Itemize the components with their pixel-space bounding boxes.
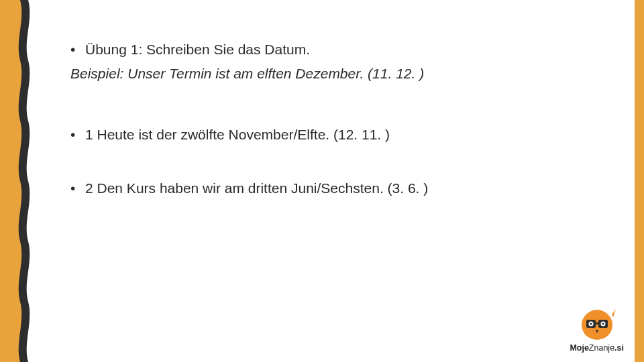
brand-tld: .si xyxy=(614,343,624,353)
heading-text: Übung 1: Schreiben Sie das Datum. xyxy=(85,39,310,60)
list-item: • 1 Heute ist der zwölfte November/Elfte… xyxy=(70,124,580,145)
left-wave-decoration xyxy=(0,0,39,362)
example-line: Beispiel: Unser Termin ist am elften Dez… xyxy=(70,63,580,84)
exercise-heading: • Übung 1: Schreiben Sie das Datum. xyxy=(70,39,580,60)
slide-content: • Übung 1: Schreiben Sie das Datum. Beis… xyxy=(70,39,580,231)
bullet-icon: • xyxy=(70,39,85,60)
list-item: • 2 Den Kurs haben wir am dritten Juni/S… xyxy=(70,178,580,199)
item-text: 2 Den Kurs haben wir am dritten Juni/Sec… xyxy=(85,178,428,199)
brand-name: MojeZnanje.si xyxy=(570,343,624,353)
svg-rect-2 xyxy=(596,322,598,324)
svg-point-5 xyxy=(590,322,592,324)
bullet-icon: • xyxy=(70,178,85,199)
brand-logo: MojeZnanje.si xyxy=(570,308,624,353)
bullet-icon: • xyxy=(70,124,85,145)
brand-bold: Moje xyxy=(570,343,588,353)
brand-mid: Znanje xyxy=(589,343,614,353)
item-text: 1 Heute ist der zwölfte November/Elfte. … xyxy=(85,124,390,145)
owl-mascot-icon xyxy=(578,308,616,341)
svg-point-6 xyxy=(602,322,604,324)
right-stripe-decoration xyxy=(635,0,644,362)
